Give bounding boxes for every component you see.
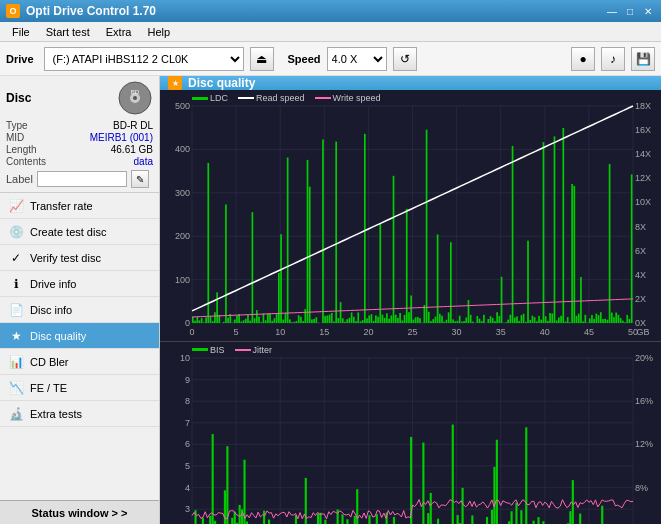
label-edit-button[interactable]: ✎ bbox=[131, 170, 149, 188]
disc-label-label: Label bbox=[6, 173, 33, 185]
sidebar-item-disc-info[interactable]: 📄 Disc info bbox=[0, 297, 159, 323]
sidebar-nav: 📈 Transfer rate 💿 Create test disc ✓ Ver… bbox=[0, 193, 159, 500]
nav-label-verify-test-disc: Verify test disc bbox=[30, 252, 101, 264]
ldc-chart-container: LDC Read speed Write speed bbox=[160, 90, 661, 342]
nav-label-transfer-rate: Transfer rate bbox=[30, 200, 93, 212]
menu-help[interactable]: Help bbox=[139, 24, 178, 40]
sidebar-item-cd-bler[interactable]: 📊 CD Bler bbox=[0, 349, 159, 375]
main-area: Disc BD Type BD-R DL MID MEIRB1 (001) Le… bbox=[0, 76, 661, 524]
length-value: 46.61 GB bbox=[111, 144, 153, 155]
disc-length-row: Length 46.61 GB bbox=[6, 144, 153, 155]
titlebar-controls: — □ ✕ bbox=[605, 4, 655, 18]
nav-label-create-test-disc: Create test disc bbox=[30, 226, 106, 238]
titlebar: O Opti Drive Control 1.70 — □ ✕ bbox=[0, 0, 661, 22]
cd-bler-icon: 📊 bbox=[8, 354, 24, 370]
maximize-button[interactable]: □ bbox=[623, 4, 637, 18]
sidebar-item-drive-info[interactable]: ℹ Drive info bbox=[0, 271, 159, 297]
status-window-button[interactable]: Status window > > bbox=[0, 500, 159, 524]
length-label: Length bbox=[6, 144, 37, 155]
speed-label: Speed bbox=[288, 53, 321, 65]
label-input[interactable] bbox=[37, 171, 127, 187]
content-area: ★ Disc quality LDC Read speed Write spee… bbox=[160, 76, 661, 524]
disc-section: Disc BD Type BD-R DL MID MEIRB1 (001) Le… bbox=[0, 76, 159, 193]
menu-extra[interactable]: Extra bbox=[98, 24, 140, 40]
nav-label-cd-bler: CD Bler bbox=[30, 356, 69, 368]
disc-mid-row: MID MEIRB1 (001) bbox=[6, 132, 153, 143]
toolbar: Drive (F:) ATAPI iHBS112 2 CL0K ⏏ Speed … bbox=[0, 42, 661, 76]
disc-type-row: Type BD-R DL bbox=[6, 120, 153, 131]
app-title: Opti Drive Control 1.70 bbox=[26, 4, 156, 18]
ldc-chart-canvas bbox=[160, 90, 661, 341]
mid-value: MEIRB1 (001) bbox=[90, 132, 153, 143]
drive-select[interactable]: (F:) ATAPI iHBS112 2 CL0K bbox=[44, 47, 244, 71]
panel-header: ★ Disc quality bbox=[160, 76, 661, 90]
sidebar-item-disc-quality[interactable]: ★ Disc quality bbox=[0, 323, 159, 349]
nav-label-disc-quality: Disc quality bbox=[30, 330, 86, 342]
bottom-chart-legend: BIS Jitter bbox=[192, 345, 272, 355]
disc-contents-row: Contents data bbox=[6, 156, 153, 167]
nav-label-extra-tests: Extra tests bbox=[30, 408, 82, 420]
extra-tests-icon: 🔬 bbox=[8, 406, 24, 422]
label-row: Label ✎ bbox=[6, 170, 153, 188]
mid-label: MID bbox=[6, 132, 24, 143]
nav-label-fe-te: FE / TE bbox=[30, 382, 67, 394]
titlebar-left: O Opti Drive Control 1.70 bbox=[6, 4, 156, 18]
bis-chart-container: BIS Jitter bbox=[160, 342, 661, 525]
disc-icon: BD bbox=[117, 80, 153, 116]
disc-header: Disc BD bbox=[6, 80, 153, 116]
panel-icon: ★ bbox=[168, 76, 182, 90]
menubar: File Start test Extra Help bbox=[0, 22, 661, 42]
close-button[interactable]: ✕ bbox=[641, 4, 655, 18]
sidebar-item-extra-tests[interactable]: 🔬 Extra tests bbox=[0, 401, 159, 427]
sidebar: Disc BD Type BD-R DL MID MEIRB1 (001) Le… bbox=[0, 76, 160, 524]
type-value: BD-R DL bbox=[113, 120, 153, 131]
disc-title: Disc bbox=[6, 91, 31, 105]
save-button[interactable]: 💾 bbox=[631, 47, 655, 71]
contents-label: Contents bbox=[6, 156, 46, 167]
speed-select[interactable]: 4.0 X bbox=[327, 47, 387, 71]
sidebar-item-create-test-disc[interactable]: 💿 Create test disc bbox=[0, 219, 159, 245]
jitter-legend-item: Jitter bbox=[235, 345, 273, 355]
sidebar-item-verify-test-disc[interactable]: ✓ Verify test disc bbox=[0, 245, 159, 271]
transfer-rate-icon: 📈 bbox=[8, 198, 24, 214]
audio-button[interactable]: ♪ bbox=[601, 47, 625, 71]
eject-button[interactable]: ⏏ bbox=[250, 47, 274, 71]
type-label: Type bbox=[6, 120, 28, 131]
minimize-button[interactable]: — bbox=[605, 4, 619, 18]
bis-legend-item: BIS bbox=[192, 345, 225, 355]
write-speed-legend-item: Write speed bbox=[315, 93, 381, 103]
create-test-disc-icon: 💿 bbox=[8, 224, 24, 240]
app-icon: O bbox=[6, 4, 20, 18]
verify-test-disc-icon: ✓ bbox=[8, 250, 24, 266]
read-speed-legend-item: Read speed bbox=[238, 93, 305, 103]
panel-title: Disc quality bbox=[188, 76, 255, 90]
charts-area: LDC Read speed Write speed BIS Jitter bbox=[160, 90, 661, 524]
contents-value: data bbox=[134, 156, 153, 167]
drive-info-icon: ℹ bbox=[8, 276, 24, 292]
sidebar-item-transfer-rate[interactable]: 📈 Transfer rate bbox=[0, 193, 159, 219]
disc-info-icon: 📄 bbox=[8, 302, 24, 318]
bis-chart-canvas bbox=[160, 342, 661, 525]
svg-point-2 bbox=[133, 96, 137, 100]
svg-text:BD: BD bbox=[131, 89, 140, 95]
menu-file[interactable]: File bbox=[4, 24, 38, 40]
drive-label: Drive bbox=[6, 53, 34, 65]
record-button[interactable]: ● bbox=[571, 47, 595, 71]
top-chart-legend: LDC Read speed Write speed bbox=[192, 93, 380, 103]
nav-label-drive-info: Drive info bbox=[30, 278, 76, 290]
ldc-legend-item: LDC bbox=[192, 93, 228, 103]
disc-quality-icon: ★ bbox=[8, 328, 24, 344]
refresh-button[interactable]: ↺ bbox=[393, 47, 417, 71]
fe-te-icon: 📉 bbox=[8, 380, 24, 396]
sidebar-item-fe-te[interactable]: 📉 FE / TE bbox=[0, 375, 159, 401]
menu-start-test[interactable]: Start test bbox=[38, 24, 98, 40]
nav-label-disc-info: Disc info bbox=[30, 304, 72, 316]
